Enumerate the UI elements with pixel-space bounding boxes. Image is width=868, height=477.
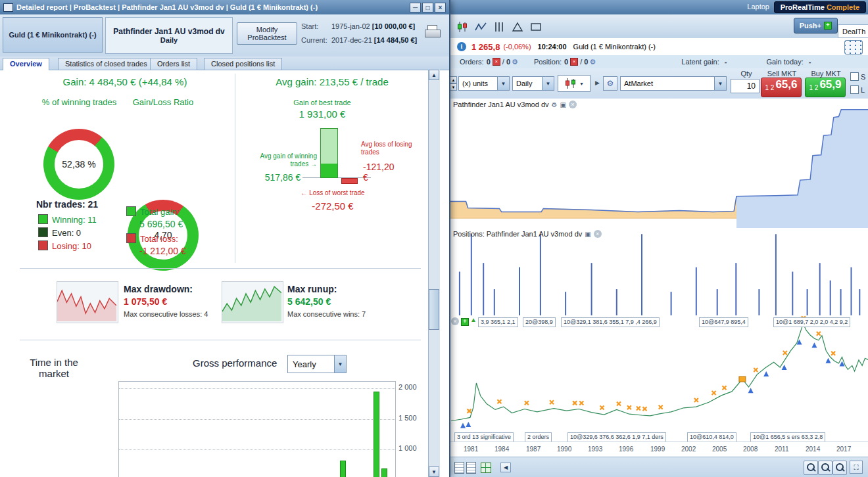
price-panel: × + ▲ 3,9 365,1 2,1 20@398,9 10@329,1 38… [449,315,868,431]
close-icon[interactable]: × [435,3,446,12]
trade-label[interactable]: 10@1 656,5 s ers 63,3 2,8 [750,432,825,442]
info-icon[interactable]: i [457,42,466,51]
performance-bar [374,392,379,477]
limit-checkbox[interactable]: L [850,85,865,94]
positions-panel: Positions: Pathfinder Jan1 AU v3mod dv ▣… [449,228,868,317]
main-app-window: Laptop ProRealTime Complete Push++ DealT… [449,0,868,477]
period-select-value: Yearly [288,359,334,369]
rectangle-tool-icon[interactable] [527,18,545,35]
modify-probacktest-button[interactable]: Modify ProBacktest [237,22,297,45]
print-icon[interactable] [425,25,441,39]
equity-curve-chart[interactable] [449,99,868,228]
minimize-icon[interactable]: ─ [410,3,421,12]
drawdown-sparkline [57,281,118,323]
spinner-down-icon[interactable]: ▼ [450,83,457,91]
gridline [119,388,395,389]
avg-win-bar-segment [321,164,337,177]
trade-label[interactable]: 10@329,6 376,6 362,6 1,9 7,1 ders [567,432,666,442]
scroll-down-icon[interactable]: ▼ [429,466,439,477]
add-indicator-icon[interactable]: + [461,318,469,326]
equity-panel-title-row: Pathfinder Jan1 AU v3mod dv ⚙ ▣ × [453,101,577,108]
panel-window-icon[interactable]: ▣ [585,231,591,238]
wrench-icon[interactable]: ⚙ [552,101,558,108]
close-position-icon[interactable]: × [570,58,578,66]
time-axis[interactable]: 1981198419871990199319961999200220052008… [449,442,868,457]
sell-mkt-button[interactable]: 1 265,6 [761,78,802,97]
buy-mkt-button[interactable]: 1 265,9 [805,78,846,97]
tab-closed-positions[interactable]: Closed positions list [204,58,282,70]
scrollbar-thumb[interactable] [429,289,439,330]
grid-view-icon[interactable] [481,463,491,473]
document-icon[interactable] [454,462,464,474]
collapse-arrow-icon[interactable]: ▶ [595,80,600,86]
instrument-button[interactable]: Guld (1 € Minikontrakt) (-) [3,17,103,53]
entry-arrow-icon [811,342,817,348]
trading-controls-row: ▲ ▼ (x) units▼ Daily▼ ▼ ▶ ⚙ AtMarket▼ Qt… [449,68,868,99]
avg-gain-line: Avg gain: 213,55 € / trade [240,76,424,87]
trading-keypad-icon[interactable] [844,40,863,55]
document-icon[interactable] [466,462,476,474]
order-type-select[interactable]: AtMarket▼ [620,76,727,91]
trade-label[interactable]: 20@398,9 [523,317,556,327]
fullscreen-icon[interactable]: ⛶ [850,461,863,474]
gross-performance-period-select[interactable]: Yearly ▼ [287,355,347,373]
triangle-tool-icon[interactable] [508,18,527,35]
panel-close-icon[interactable]: × [569,101,577,108]
qty-input[interactable] [731,79,760,93]
start-date: 1975-jan-02 [331,22,370,30]
trade-label[interactable]: 10@610,4 814,0 [687,432,736,442]
worst-trade-label: ← Loss of worst trade [289,189,376,196]
cancel-orders-icon[interactable]: × [493,58,500,66]
candlestick-tool-icon[interactable] [453,18,471,35]
zoom-out-icon[interactable] [804,461,818,475]
panel-window-icon[interactable]: ▣ [560,101,566,108]
trade-label[interactable]: 3,9 365,1 2,1 [478,317,518,327]
spinner-up-icon[interactable]: ▲ [450,76,457,83]
tab-overview[interactable]: Overview [3,58,49,70]
push-button[interactable]: Push++ [794,18,838,34]
panel-close-icon[interactable]: × [594,230,602,238]
order-settings-icon[interactable]: ⚙ [603,76,617,91]
start-value: [10 000,00 €] [372,22,415,30]
stop-checkbox[interactable]: S [850,72,865,81]
report-titlebar[interactable]: Detailed report | ProBacktest | Pathfind… [0,0,449,14]
bars-tool-icon[interactable] [490,18,508,35]
price-chart[interactable] [449,315,868,431]
chevron-down-icon: ▼ [542,77,554,90]
trade-label[interactable]: 10@1 689,7 2,0 2,0 4,2 9,2 [773,317,850,327]
equity-panel-title: Pathfinder Jan1 AU v3mod dv [453,101,549,108]
gain-value: 4 484,50 € (+44,84 %) [89,76,187,87]
trade-label[interactable]: 3 ord 13 significative [454,432,514,442]
scroll-left-icon[interactable]: ◀ [500,463,511,472]
units-select-value: (x) units [459,80,497,87]
trade-label[interactable]: 10@329,1 381,6 355,1 7,9 ,4 266,9 [561,317,660,327]
legend-losing: Losing: 10 [38,240,91,251]
panel-close-icon[interactable]: × [451,317,459,325]
period-select[interactable]: Daily▼ [512,76,554,91]
tab-statistics[interactable]: Statistics of closed trades [58,58,155,70]
zoom-select-icon[interactable] [832,461,847,475]
units-select[interactable]: (x) units▼ [458,76,510,91]
equity-panel: Pathfinder Jan1 AU v3mod dv ⚙ ▣ × [449,99,868,229]
losing-swatch [38,240,48,250]
chart-style-button[interactable]: ▼ [558,75,591,92]
latent-gain-value: - [725,58,727,66]
position-settings-icon[interactable]: ⚙ [589,58,596,66]
worst-trade-value: -272,50 € [289,200,376,212]
drawdown-sparkline-svg [57,282,116,321]
zoom-in-icon[interactable] [818,461,832,475]
max-drawdown-label: Max drawdown: [124,284,193,294]
trade-label[interactable]: 2 orders [525,432,552,442]
scroll-up-icon[interactable]: ▲ [429,70,439,80]
positions-histogram-chart[interactable] [449,228,868,315]
orders-settings-icon[interactable]: ⚙ [512,58,518,66]
report-scrollbar[interactable]: ▲ ▼ [428,70,440,477]
maximize-icon[interactable]: □ [422,3,433,12]
push-button-label: Push+ [800,22,821,30]
zigzag-tool-icon[interactable] [471,18,490,35]
entry-arrow-icon [782,365,787,370]
trade-label[interactable]: 10@647,9 895,4 [699,317,748,327]
app-titlebar[interactable]: Laptop ProRealTime Complete [449,0,868,14]
tab-orders-list[interactable]: Orders list [150,58,197,70]
positions-panel-title-row: Positions: Pathfinder Jan1 AU v3mod dv ▣… [453,230,602,238]
